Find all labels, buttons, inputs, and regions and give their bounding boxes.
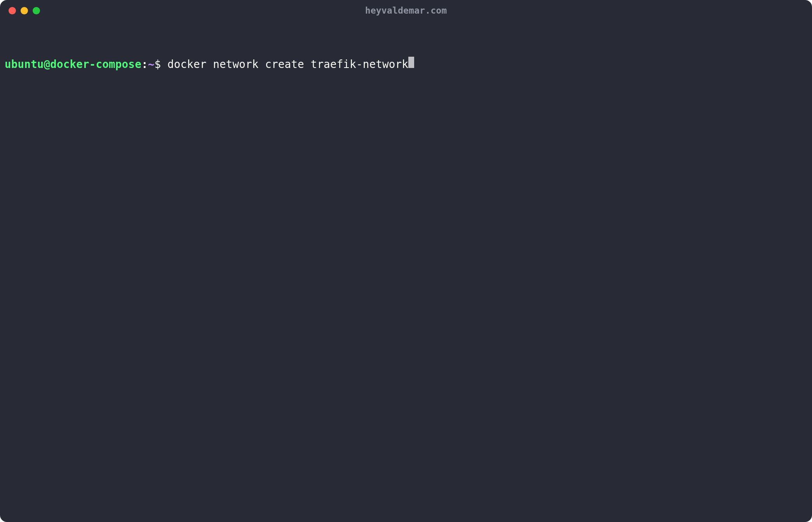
prompt-user-host: ubuntu@docker-compose — [5, 57, 141, 71]
prompt-line: ubuntu@docker-compose:~$ docker network … — [5, 57, 807, 71]
command-input[interactable]: docker network create traefik-network — [167, 57, 408, 71]
prompt-path: ~ — [148, 57, 155, 71]
cursor-icon — [408, 57, 414, 68]
titlebar: heyvaldemar.com — [0, 0, 812, 21]
minimize-icon[interactable] — [21, 7, 28, 14]
terminal-window: heyvaldemar.com ubuntu@docker-compose:~$… — [0, 0, 812, 522]
close-icon[interactable] — [9, 7, 16, 14]
traffic-lights — [9, 7, 40, 14]
terminal-body[interactable]: ubuntu@docker-compose:~$ docker network … — [0, 21, 812, 522]
prompt-symbol: $ — [154, 57, 167, 71]
maximize-icon[interactable] — [33, 7, 40, 14]
window-title: heyvaldemar.com — [365, 5, 447, 16]
prompt-colon: : — [141, 57, 148, 71]
